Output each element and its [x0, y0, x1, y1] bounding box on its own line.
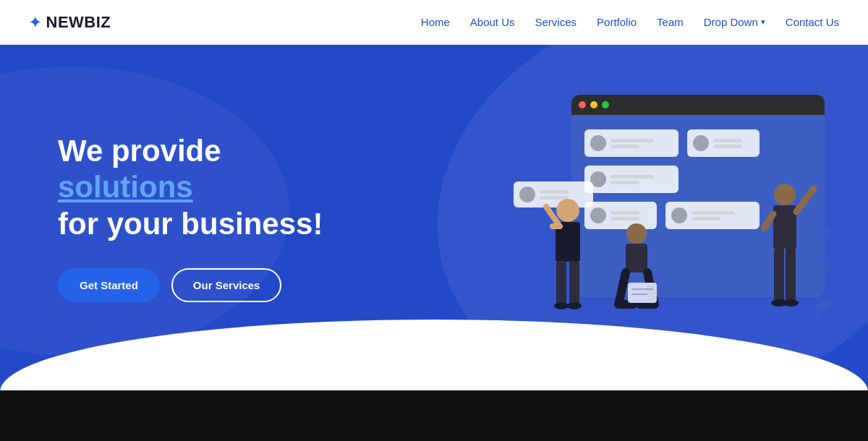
nav-dropdown[interactable]: Drop Down ▾: [704, 16, 765, 28]
card-avatar-5: [671, 207, 687, 223]
page-wrapper: ✦ NEWBIZ Home About Us Services Portfoli…: [0, 0, 868, 441]
svg-line-15: [796, 189, 814, 212]
minimize-dot: [590, 101, 597, 108]
browser-titlebar: [571, 95, 825, 115]
nav-contact[interactable]: Contact Us: [786, 16, 839, 28]
svg-rect-10: [628, 283, 657, 303]
svg-point-24: [814, 260, 832, 276]
card-line: [610, 175, 654, 179]
maximize-dot: [602, 101, 609, 108]
close-dot: [579, 101, 586, 108]
hero-line3: for your business!: [58, 206, 492, 242]
hero-content: We provide solutions for your business! …: [0, 133, 492, 302]
nav-team[interactable]: Team: [657, 16, 684, 28]
person-center-figure: [608, 218, 665, 333]
card-line: [610, 211, 639, 215]
float-avatar-1: [519, 187, 535, 202]
card-lines-3: [610, 175, 654, 184]
svg-point-20: [783, 299, 799, 307]
card-lines-1: [610, 139, 654, 148]
card-item-5: [665, 202, 760, 229]
nav: Home About Us Services Portfolio Team Dr…: [421, 16, 839, 28]
logo[interactable]: ✦ NEWBIZ: [29, 13, 111, 32]
svg-point-8: [626, 223, 647, 244]
svg-line-16: [764, 214, 773, 228]
card-line: [610, 139, 654, 142]
hero-solutions: solutions: [58, 169, 492, 205]
nav-services[interactable]: Services: [535, 16, 577, 28]
card-line: [692, 217, 720, 220]
our-services-button[interactable]: Our Services: [171, 268, 282, 302]
hero-illustration: [492, 80, 839, 355]
card-lines-5: [692, 211, 735, 220]
card-line: [610, 181, 639, 184]
hero-line1: We provide: [58, 133, 492, 169]
card-line: [713, 139, 742, 142]
svg-point-26: [814, 296, 832, 312]
card-line: [610, 145, 639, 148]
chevron-down-icon: ▾: [761, 17, 765, 27]
bottom-band: [0, 390, 868, 441]
get-started-button[interactable]: Get Started: [58, 268, 160, 302]
svg-point-6: [554, 302, 569, 309]
svg-point-23: [803, 242, 821, 258]
svg-rect-18: [786, 248, 796, 302]
leaf-decoration: [803, 210, 832, 326]
card-lines-2: [713, 139, 742, 148]
svg-point-13: [774, 184, 796, 205]
card-row-1: [584, 129, 812, 157]
hero-buttons: Get Started Our Services: [58, 268, 492, 302]
svg-rect-14: [773, 205, 796, 249]
svg-rect-9: [626, 244, 647, 273]
svg-rect-5: [569, 261, 579, 304]
svg-point-0: [556, 199, 579, 222]
card-avatar-1: [590, 135, 606, 151]
card-item-1: [584, 129, 678, 157]
card-line: [692, 211, 735, 215]
logo-icon: ✦: [29, 14, 42, 31]
hero-title: We provide solutions for your business!: [58, 133, 492, 242]
nav-portfolio[interactable]: Portfolio: [597, 16, 637, 28]
person-left-figure: [535, 189, 600, 333]
card-line: [713, 145, 742, 148]
svg-rect-4: [556, 261, 566, 304]
dropdown-label: Drop Down: [704, 16, 758, 28]
header: ✦ NEWBIZ Home About Us Services Portfoli…: [0, 0, 868, 45]
card-avatar-2: [693, 135, 709, 151]
nav-about[interactable]: About Us: [470, 16, 515, 28]
svg-point-25: [803, 278, 821, 294]
brand-name: NEWBIZ: [46, 13, 111, 32]
card-item-2: [687, 129, 760, 157]
svg-rect-17: [774, 248, 784, 302]
svg-point-7: [567, 302, 582, 309]
svg-point-22: [814, 224, 832, 240]
nav-home[interactable]: Home: [421, 16, 450, 28]
hero-section: We provide solutions for your business! …: [0, 45, 868, 390]
